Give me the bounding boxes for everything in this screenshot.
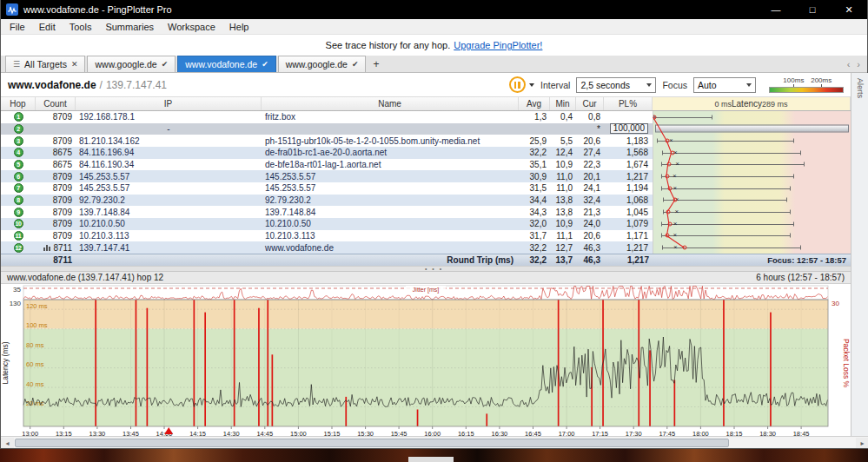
tab-www-google-de[interactable]: www.google.de✔ xyxy=(278,56,367,72)
check-icon[interactable]: ✔ xyxy=(352,60,359,69)
pause-menu-caret-icon[interactable] xyxy=(529,83,534,87)
hop-avg: 31,5 xyxy=(519,182,550,195)
hop-number-badge: 12 xyxy=(14,243,23,253)
upgrade-link[interactable]: Upgrade PingPlotter! xyxy=(454,40,542,50)
focus-dropdown[interactable]: Auto xyxy=(693,77,756,93)
hop-cur: 20,6 xyxy=(576,230,604,242)
hop-latency-graph: × xyxy=(653,230,851,242)
hop-packet-loss: 100,000 xyxy=(604,123,653,135)
interval-dropdown[interactable]: 2,5 seconds xyxy=(576,77,656,93)
hop-name: ph-1511g-ubr10k-05-te-1-2-0-1055.bom.uni… xyxy=(262,135,519,147)
range-cap-max xyxy=(793,139,794,143)
hop-count: 8709 xyxy=(36,218,76,230)
new-tab-button[interactable]: + xyxy=(366,56,386,72)
tab-bar: ☰All Targets✕www.google.de✔www.vodafone.… xyxy=(1,56,867,73)
hop-row-8[interactable]: 8870992.79.230.292.79.230.234,413,832,41… xyxy=(1,195,851,207)
hop-avg: 32,2 xyxy=(519,147,550,159)
hop-row-5[interactable]: 5867584.116.190.34de-bfe18a-rt01-lag-1.a… xyxy=(1,159,851,171)
hop-row-12[interactable]: 128711139.7.147.41www.vodafone.de32,212,… xyxy=(1,241,851,254)
hop-ip: 192.168.178.1 xyxy=(76,111,262,123)
hop-row-7[interactable]: 78709145.253.5.57145.253.5.5731,511,024,… xyxy=(1,182,851,195)
hop-packet-loss: 1,217 xyxy=(604,170,653,182)
close-button[interactable]: ✕ xyxy=(831,0,867,19)
hop-latency-graph: × xyxy=(653,195,851,207)
pingplotter-icon xyxy=(6,3,18,16)
maximize-button[interactable]: □ xyxy=(794,0,831,19)
scroll-left-icon[interactable]: ◂ xyxy=(1,438,14,448)
timeline-graph-icon xyxy=(43,244,50,251)
hop-ip: - xyxy=(76,123,262,135)
tab-strip: ☰All Targets✕www.google.de✔www.vodafone.… xyxy=(3,56,366,72)
hop-row-11[interactable]: 11870910.210.3.11310.210.3.11331,711,120… xyxy=(1,230,851,242)
hop-name: www.vodafone.de xyxy=(262,241,519,254)
hop-row-1[interactable]: 18709192.168.178.1fritz.box1,30,40,8× xyxy=(1,111,851,123)
tab-All-Targets[interactable]: ☰All Targets✕ xyxy=(5,56,85,72)
hop-latency-graph: × xyxy=(653,182,851,195)
alerts-panel-tab[interactable]: Alerts xyxy=(856,78,865,98)
hop-count: 8709 xyxy=(36,182,76,195)
current-latency-dot xyxy=(683,246,687,250)
hop-row-3[interactable]: 3870981.210.134.162ph-1511g-ubr10k-05-te… xyxy=(1,135,851,147)
timeline-scrollbar[interactable]: ◂ ▸ xyxy=(1,436,868,448)
hop-number-badge: 10 xyxy=(14,219,23,228)
hop-row-2[interactable]: 2-*100,000 xyxy=(1,123,851,135)
menu-file[interactable]: File xyxy=(3,21,32,33)
scroll-right-icon[interactable]: ▸ xyxy=(856,438,868,448)
tab-scroll-left-icon[interactable]: ‹ xyxy=(847,59,851,69)
hop-avg: 25,9 xyxy=(519,135,550,147)
title-bar: www.vodafone.de - PingPlotter Pro — □ ✕ xyxy=(1,0,867,19)
range-cap-max xyxy=(790,186,791,190)
timeline-graph[interactable]: 13:0013:1513:3013:4514:0014:1514:3014:45… xyxy=(1,284,851,437)
tab-www-google-de[interactable]: www.google.de✔ xyxy=(87,56,176,72)
menu-edit[interactable]: Edit xyxy=(32,21,63,33)
hop-latency-graph: × xyxy=(653,111,851,123)
svg-text:30: 30 xyxy=(832,300,839,307)
hop-ip: 139.7.147.41 xyxy=(76,241,262,254)
current-latency-dot xyxy=(667,186,672,190)
hop-cur: 0,8 xyxy=(576,111,604,123)
avg-latency-mark: × xyxy=(673,243,678,251)
tab-www-vodafone-de[interactable]: www.vodafone.de✔ xyxy=(177,56,275,72)
range-cap-max xyxy=(800,150,801,155)
hop-count: 8675 xyxy=(36,147,76,159)
latency-range-bar xyxy=(661,188,790,189)
hop-count xyxy=(36,123,76,135)
current-latency-dot xyxy=(667,221,672,226)
pause-button[interactable] xyxy=(509,76,526,93)
check-icon[interactable]: ✔ xyxy=(162,60,169,69)
hop-row-4[interactable]: 4867584.116.196.94de-fra01b-rc1-ae-20-0.… xyxy=(1,147,851,159)
round-trip-row: 8711 Round Trip (ms) 32,2 13,7 46,3 1,21… xyxy=(1,254,851,266)
hop-ip: 145.253.5.57 xyxy=(76,182,262,195)
hop-number-badge: 6 xyxy=(14,172,23,182)
hop-name: 92.79.230.2 xyxy=(262,195,519,207)
close-icon[interactable]: ✕ xyxy=(71,60,78,69)
pane-splitter[interactable]: • • • xyxy=(1,266,867,272)
range-cap-min xyxy=(662,246,663,250)
hop-ip: 139.7.148.84 xyxy=(76,206,262,218)
timeline-svg[interactable]: 13:0013:1513:3013:4514:0014:1514:3014:45… xyxy=(1,284,851,437)
svg-text:35: 35 xyxy=(13,286,21,294)
check-icon[interactable]: ✔ xyxy=(262,60,268,69)
menu-summaries[interactable]: Summaries xyxy=(98,21,161,33)
hop-row-9[interactable]: 98709139.7.148.84139.7.148.8434,313,821,… xyxy=(1,206,851,218)
right-gutter: Alerts xyxy=(851,73,868,437)
timeline-header: www.vodafone.de (139.7.147.41) hop 12 6 … xyxy=(1,272,851,284)
menu-bar: FileEditToolsSummariesWorkspaceHelp xyxy=(1,19,867,35)
hop-latency-graph xyxy=(653,123,851,135)
hop-row-6[interactable]: 68709145.253.5.57145.253.5.5730,911,020,… xyxy=(1,170,851,182)
svg-text:Latency (ms): Latency (ms) xyxy=(1,341,10,384)
hop-row-10[interactable]: 10870910.210.0.5010.210.0.5032,010,924,0… xyxy=(1,218,851,230)
scrollbar-thumb[interactable] xyxy=(15,439,729,447)
hop-avg: 1,3 xyxy=(519,111,550,123)
svg-text:100 ms: 100 ms xyxy=(26,321,48,329)
hop-min: 11,0 xyxy=(550,170,576,182)
desktop-background xyxy=(0,449,868,462)
menu-tools[interactable]: Tools xyxy=(63,21,99,33)
hop-number-badge: 9 xyxy=(14,208,23,217)
tab-scroll-right-icon[interactable]: › xyxy=(857,59,860,69)
trace-rows: 18709192.168.178.1fritz.box1,30,40,8×2-*… xyxy=(1,111,851,254)
menu-help[interactable]: Help xyxy=(222,21,256,33)
menu-workspace[interactable]: Workspace xyxy=(161,21,222,33)
minimize-button[interactable]: — xyxy=(758,0,794,19)
target-ip: 139.7.147.41 xyxy=(106,79,167,91)
